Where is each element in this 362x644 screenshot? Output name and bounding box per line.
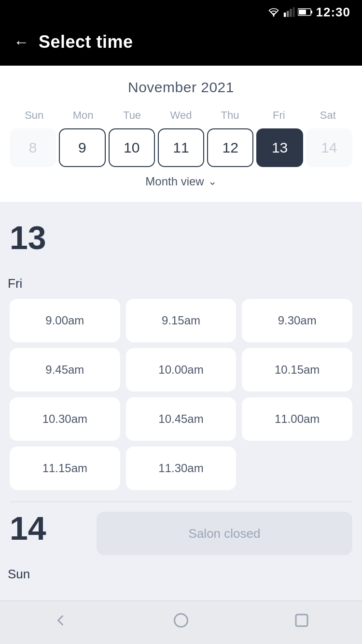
day-header-13: 13 Fri	[10, 211, 352, 299]
week-days-row: Sun Mon Tue Wed Thu Fri Sat	[10, 107, 352, 124]
day-number-14: 14	[10, 512, 53, 545]
date-13[interactable]: 13	[256, 128, 303, 167]
timeslot-1045[interactable]: 10.45am	[126, 397, 237, 441]
date-14[interactable]: 14	[306, 128, 352, 167]
nav-home-button[interactable]	[169, 608, 193, 632]
weekday-wed: Wed	[156, 107, 205, 124]
timeslots-grid-13: 9.00am 9.15am 9.30am 9.45am 10.00am 10.1…	[10, 299, 352, 490]
date-9[interactable]: 9	[59, 128, 105, 167]
timeslot-1000[interactable]: 10.00am	[126, 348, 237, 392]
date-11[interactable]: 11	[158, 128, 204, 167]
weekday-sun: Sun	[10, 107, 58, 124]
nav-recent-button[interactable]	[290, 608, 314, 632]
month-year-label: November 2021	[10, 79, 352, 96]
svg-point-8	[175, 614, 188, 627]
status-time: 12:30	[316, 5, 351, 20]
timeslot-1130[interactable]: 11.30am	[126, 447, 237, 490]
timeslot-1015[interactable]: 10.15am	[242, 348, 352, 392]
date-8[interactable]: 8	[10, 128, 56, 167]
day-name-sun: Sun	[8, 567, 30, 582]
weekday-tue: Tue	[108, 107, 156, 124]
timeslot-945[interactable]: 9.45am	[10, 348, 120, 392]
salon-closed-message: Salon closed	[97, 512, 352, 555]
status-bar: 12:30	[0, 0, 362, 24]
header: ← Select time	[0, 24, 362, 66]
home-nav-icon	[172, 612, 190, 629]
weekday-mon: Mon	[58, 107, 107, 124]
back-nav-icon	[52, 612, 69, 629]
weekday-fri: Fri	[254, 107, 303, 124]
svg-rect-2	[287, 11, 289, 17]
status-icons: 12:30	[267, 5, 351, 20]
day-info-13: 13 Fri	[10, 221, 53, 291]
timeslots-section: 13 Fri 9.00am 9.15am 9.30am 9.45am 10.00…	[0, 202, 362, 601]
svg-rect-4	[292, 7, 294, 17]
day-section-13: 13 Fri 9.00am 9.15am 9.30am 9.45am 10.00…	[10, 211, 352, 490]
timeslot-1100[interactable]: 11.00am	[242, 397, 352, 441]
wifi-icon	[267, 7, 280, 17]
timeslot-930[interactable]: 9.30am	[242, 299, 352, 342]
weekday-thu: Thu	[206, 107, 254, 124]
svg-rect-9	[296, 615, 307, 626]
month-view-label: Month view	[145, 175, 204, 188]
chevron-down-icon: ⌄	[208, 175, 217, 188]
day-number-13: 13	[10, 221, 53, 254]
day-info-14: 14 Sun	[10, 512, 53, 582]
bottom-navigation	[0, 601, 362, 644]
svg-rect-1	[283, 13, 285, 17]
day-name-fri: Fri	[8, 276, 22, 291]
week-dates-row: 8 9 10 11 12 13 14	[10, 128, 352, 167]
date-10[interactable]: 10	[109, 128, 155, 167]
calendar-section: November 2021 Sun Mon Tue Wed Thu Fri Sa…	[0, 66, 362, 202]
day-section-14: 14 Sun Salon closed	[10, 502, 352, 593]
timeslot-1030[interactable]: 10.30am	[10, 397, 120, 441]
timeslot-915[interactable]: 9.15am	[126, 299, 237, 342]
month-view-toggle[interactable]: Month view ⌄	[10, 167, 352, 192]
timeslot-900[interactable]: 9.00am	[10, 299, 120, 342]
weekday-sat: Sat	[304, 107, 352, 124]
svg-rect-7	[299, 10, 306, 14]
salon-closed-content: 14 Sun Salon closed	[10, 512, 352, 582]
recent-nav-icon	[293, 612, 310, 629]
svg-rect-6	[311, 11, 312, 14]
nav-back-button[interactable]	[48, 608, 72, 632]
timeslot-1115[interactable]: 11.15am	[10, 447, 120, 490]
page-title: Select time	[39, 32, 133, 52]
battery-icon	[298, 8, 313, 16]
svg-point-0	[273, 15, 274, 16]
svg-rect-3	[290, 9, 292, 17]
salon-closed-wrapper: Salon closed	[53, 512, 352, 555]
date-12[interactable]: 12	[207, 128, 253, 167]
back-button[interactable]: ←	[14, 34, 29, 50]
signal-icon	[283, 7, 295, 17]
